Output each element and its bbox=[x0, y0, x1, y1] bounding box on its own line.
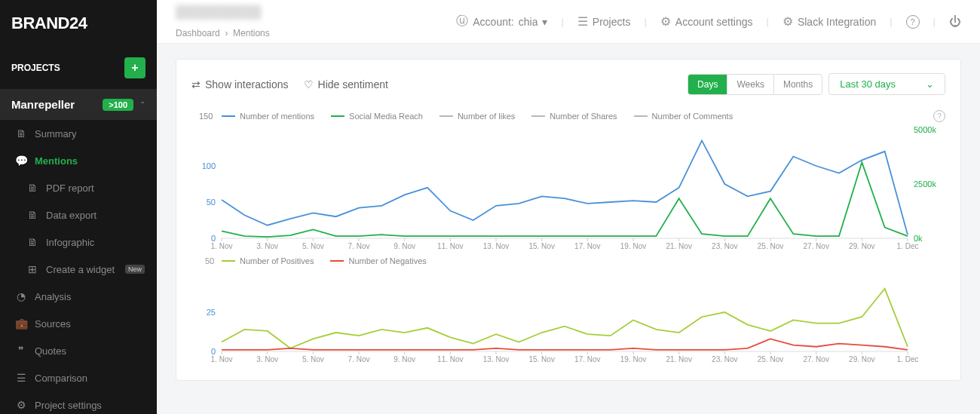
sidebar-item-comparison[interactable]: ☰ Comparison bbox=[0, 364, 157, 391]
project-count-badge: >100 bbox=[103, 99, 133, 111]
separator: | bbox=[933, 16, 936, 27]
top-actions: ⓤ Account: chia ▾ | ☰ Projects | ⚙ Accou… bbox=[456, 14, 961, 29]
svg-text:27. Nov: 27. Nov bbox=[803, 242, 828, 250]
legend-swatch bbox=[222, 260, 235, 262]
svg-text:29. Nov: 29. Nov bbox=[849, 355, 874, 363]
svg-text:3. Nov: 3. Nov bbox=[256, 242, 278, 250]
sidebar-item-pdf-report[interactable]: 🗎 PDF report bbox=[0, 174, 157, 201]
topbar-label: Account settings bbox=[675, 16, 753, 28]
legend-comments[interactable]: Number of Comments bbox=[634, 112, 733, 121]
sidebar-item-label: Data export bbox=[46, 210, 96, 221]
svg-text:25: 25 bbox=[207, 308, 216, 317]
sidebar-item-analysis[interactable]: ◔ Analysis bbox=[0, 283, 157, 310]
legend-likes[interactable]: Number of likes bbox=[439, 112, 515, 121]
svg-text:2500k: 2500k bbox=[914, 179, 936, 189]
svg-text:19. Nov: 19. Nov bbox=[620, 355, 646, 363]
legend-swatch bbox=[531, 115, 545, 117]
legend-mentions[interactable]: Number of mentions bbox=[222, 112, 314, 121]
hide-sentiment-toggle[interactable]: ♡ Hide sentiment bbox=[304, 78, 388, 90]
account-settings-link[interactable]: ⚙ Account settings bbox=[660, 14, 753, 29]
project-header[interactable]: Manrepeller >100 ⌃ bbox=[0, 89, 157, 120]
separator: | bbox=[561, 16, 563, 27]
briefcase-icon: 💼 bbox=[15, 317, 27, 330]
slack-integration-link[interactable]: ⚙ Slack Integration bbox=[782, 14, 876, 29]
sidebar-item-label: Analysis bbox=[35, 291, 71, 302]
sidebar-item-create-widget[interactable]: ⊞ Create a widget New bbox=[0, 256, 157, 283]
legend-label: Social Media Reach bbox=[349, 112, 423, 121]
pill-months[interactable]: Months bbox=[774, 75, 822, 94]
main: ██████████ Dashboard › Mentions ⓤ Accoun… bbox=[157, 0, 980, 414]
project-title-blurred: ██████████ bbox=[176, 5, 270, 19]
legend-shares[interactable]: Number of Shares bbox=[531, 112, 617, 121]
legend-label: Number of Comments bbox=[652, 112, 733, 121]
date-range-select[interactable]: Last 30 days ⌄ bbox=[828, 73, 945, 95]
gears-icon: ⚙ bbox=[782, 14, 793, 29]
breadcrumb-mentions[interactable]: Mentions bbox=[233, 28, 270, 38]
separator: | bbox=[767, 16, 769, 27]
widget-icon: ⊞ bbox=[26, 263, 38, 275]
granularity-pills: Days Weeks Months bbox=[688, 74, 822, 95]
svg-text:25. Nov: 25. Nov bbox=[758, 242, 783, 250]
chevron-up-icon: ⌃ bbox=[139, 100, 145, 109]
help-button[interactable]: ? bbox=[906, 15, 920, 29]
legend-negatives[interactable]: Number of Negatives bbox=[330, 256, 426, 265]
legend-reach[interactable]: Social Media Reach bbox=[331, 112, 423, 121]
show-interactions-toggle[interactable]: ⇄ Show interactions bbox=[191, 78, 289, 90]
sidebar-item-label: Mentions bbox=[35, 155, 78, 167]
topbar-label: Projects bbox=[593, 16, 631, 28]
add-project-button[interactable]: + bbox=[124, 57, 145, 78]
sidebar-item-label: PDF report bbox=[46, 182, 94, 194]
svg-text:17. Nov: 17. Nov bbox=[574, 242, 600, 250]
breadcrumb-dashboard[interactable]: Dashboard bbox=[176, 28, 220, 38]
sidebar-item-summary[interactable]: 🗎 Summary bbox=[0, 120, 157, 147]
list-icon: ☰ bbox=[15, 372, 27, 384]
svg-text:17. Nov: 17. Nov bbox=[574, 355, 600, 363]
mentions-chart-block: 150 Number of mentions Social Media Reac… bbox=[191, 110, 945, 253]
quote-icon: ❞ bbox=[15, 345, 27, 357]
pill-weeks[interactable]: Weeks bbox=[727, 75, 773, 94]
svg-text:7. Nov: 7. Nov bbox=[348, 355, 370, 363]
svg-text:11. Nov: 11. Nov bbox=[437, 355, 463, 363]
pill-days[interactable]: Days bbox=[688, 75, 727, 94]
chart-card: ⇄ Show interactions ♡ Hide sentiment Day… bbox=[176, 59, 961, 381]
sidebar-item-quotes[interactable]: ❞ Quotes bbox=[0, 337, 157, 364]
svg-text:13. Nov: 13. Nov bbox=[483, 355, 509, 363]
svg-text:5000k: 5000k bbox=[914, 125, 936, 134]
sidebar-item-label: Sources bbox=[35, 318, 71, 330]
user-icon: ⓤ bbox=[456, 14, 468, 29]
svg-text:25. Nov: 25. Nov bbox=[758, 355, 783, 363]
topbar: ██████████ Dashboard › Mentions ⓤ Accoun… bbox=[157, 0, 980, 44]
sidebar-item-infographic[interactable]: 🗎 Infographic bbox=[0, 228, 157, 256]
projects-link[interactable]: ☰ Projects bbox=[577, 14, 631, 29]
sidebar-item-data-export[interactable]: 🗎 Data export bbox=[0, 201, 157, 228]
sidebar-item-project-settings[interactable]: ⚙ Project settings bbox=[0, 391, 157, 414]
account-value: chia bbox=[519, 16, 538, 28]
account-label: Account: bbox=[473, 16, 513, 28]
svg-text:1. Nov: 1. Nov bbox=[211, 355, 233, 363]
sentiment-chart: 0251. Nov3. Nov5. Nov7. Nov9. Nov11. Nov… bbox=[191, 268, 945, 366]
account-menu[interactable]: ⓤ Account: chia ▾ bbox=[456, 14, 547, 29]
document-icon: 🗎 bbox=[15, 127, 27, 140]
legend-swatch bbox=[331, 115, 345, 117]
legend-label: Number of likes bbox=[458, 112, 515, 121]
toggle-label: Hide sentiment bbox=[318, 78, 388, 90]
help-icon: ? bbox=[906, 15, 920, 29]
sidebar-item-label: Quotes bbox=[35, 345, 66, 357]
svg-text:7. Nov: 7. Nov bbox=[348, 242, 370, 250]
sidebar-item-label: Infographic bbox=[46, 237, 94, 248]
new-badge: New bbox=[125, 265, 145, 274]
legend-swatch bbox=[439, 115, 453, 117]
logout-button[interactable]: ⏻ bbox=[949, 15, 961, 29]
legend-label: Number of mentions bbox=[240, 112, 314, 121]
separator: | bbox=[890, 16, 892, 27]
sidebar-item-label: Summary bbox=[35, 128, 77, 140]
legend-positives[interactable]: Number of Positives bbox=[222, 256, 314, 265]
svg-text:50: 50 bbox=[207, 198, 216, 207]
sidebar-item-mentions[interactable]: 💬 Mentions bbox=[0, 147, 157, 174]
chart-help-icon[interactable]: ? bbox=[933, 110, 945, 122]
svg-text:19. Nov: 19. Nov bbox=[620, 242, 646, 250]
svg-text:23. Nov: 23. Nov bbox=[712, 242, 737, 250]
sidebar-item-label: Project settings bbox=[35, 400, 102, 411]
sidebar-item-sources[interactable]: 💼 Sources bbox=[0, 310, 157, 337]
toggle-label: Show interactions bbox=[205, 78, 289, 90]
